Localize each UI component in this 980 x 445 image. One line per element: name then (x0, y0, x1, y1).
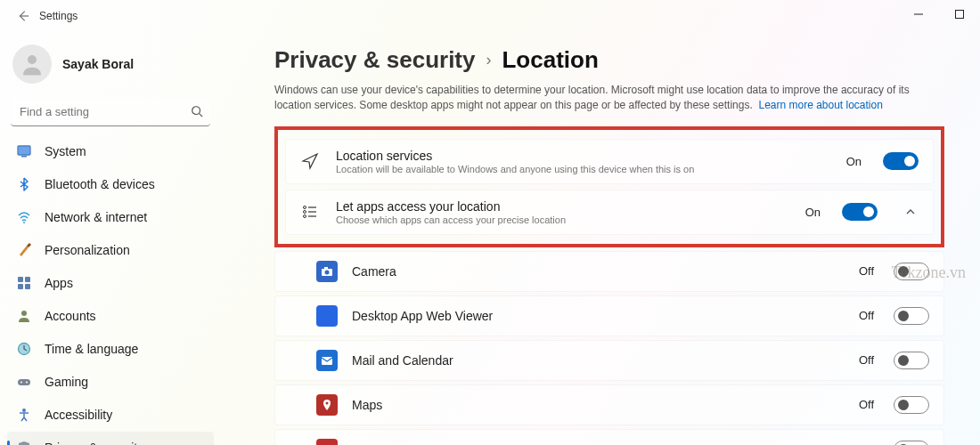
system-icon (16, 143, 32, 159)
search-icon (191, 105, 203, 117)
sidebar-item-accessibility[interactable]: Accessibility (7, 399, 214, 431)
chevron-right-icon: › (486, 51, 491, 69)
accessibility-icon (16, 407, 32, 423)
svg-rect-3 (18, 146, 30, 155)
sidebar-item-bluetooth[interactable]: Bluetooth & devices (7, 168, 214, 200)
wifi-icon (16, 209, 32, 225)
app-name: Desktop App Web Viewer (352, 309, 845, 323)
sidebar-item-label: Accounts (45, 309, 96, 323)
breadcrumb-parent[interactable]: Privacy & security (274, 46, 475, 74)
svg-point-15 (22, 409, 26, 412)
location-arrow-icon (300, 151, 320, 171)
svg-rect-0 (956, 11, 964, 19)
app-access-card[interactable]: Let apps access your location Choose whi… (285, 190, 934, 235)
sidebar-item-privacy[interactable]: Privacy & security (7, 432, 214, 445)
sidebar-item-network[interactable]: Network & internet (7, 201, 214, 233)
location-services-card[interactable]: Location services Location will be avail… (285, 139, 934, 184)
sidebar-item-label: Apps (45, 276, 73, 290)
app-toggle[interactable] (894, 263, 929, 280)
highlighted-region: Location services Location will be avail… (274, 126, 944, 247)
page-description: Windows can use your device's capabiliti… (274, 83, 944, 114)
toggle-state: Off (859, 398, 874, 411)
location-services-toggle[interactable] (883, 152, 919, 170)
search-input[interactable] (11, 98, 210, 126)
svg-rect-21 (324, 267, 328, 269)
svg-point-13 (20, 382, 22, 384)
svg-point-5 (23, 222, 25, 223)
svg-point-17 (304, 211, 306, 214)
app-toggle[interactable] (894, 396, 929, 414)
toggle-state: Off (859, 264, 874, 278)
sidebar-item-label: Network & internet (45, 210, 147, 224)
minimize-button[interactable] (898, 0, 939, 28)
apps-icon (16, 275, 32, 291)
sidebar-item-label: Personalization (45, 243, 130, 257)
app-row: CameraOff (274, 251, 944, 292)
toggle-state: On (846, 155, 862, 168)
svg-rect-4 (21, 156, 27, 158)
sidebar-item-apps[interactable]: Apps (7, 267, 214, 299)
card-subtitle: Choose which apps can access your precis… (336, 214, 789, 225)
app-row: Mail and CalendarOff (274, 340, 944, 381)
app-icon (316, 261, 338, 282)
svg-point-1 (28, 55, 37, 64)
app-icon (316, 394, 338, 416)
app-row: NewsOff (274, 429, 944, 445)
app-toggle[interactable] (894, 352, 929, 369)
app-name: Maps (352, 398, 845, 412)
svg-point-23 (326, 401, 329, 404)
svg-rect-9 (25, 284, 30, 289)
card-title: Let apps access your location (336, 199, 789, 214)
sidebar-item-label: Accessibility (45, 408, 112, 422)
svg-point-18 (304, 215, 306, 218)
sidebar-item-personalization[interactable]: Personalization (7, 234, 214, 266)
sidebar-item-system[interactable]: System (7, 135, 214, 167)
sidebar-item-gaming[interactable]: Gaming (7, 366, 214, 398)
svg-point-14 (26, 382, 28, 384)
sidebar-item-label: Bluetooth & devices (45, 177, 155, 191)
app-row: MapsOff (274, 384, 944, 425)
svg-point-2 (192, 107, 200, 115)
sidebar-item-label: Privacy & security (45, 441, 143, 445)
card-subtitle: Location will be available to Windows an… (336, 164, 830, 174)
app-toggle[interactable] (894, 441, 929, 445)
sidebar-item-accounts[interactable]: Accounts (7, 300, 214, 332)
user-account[interactable]: Sayak Boral (7, 39, 214, 94)
back-button[interactable] (7, 0, 39, 32)
list-icon (300, 202, 320, 222)
card-title: Location services (336, 149, 830, 163)
app-access-toggle[interactable] (842, 203, 878, 221)
sidebar-item-label: Gaming (45, 375, 88, 389)
clock-icon (16, 341, 32, 357)
chevron-up-icon[interactable] (902, 206, 919, 217)
svg-rect-7 (25, 277, 30, 282)
app-name: Camera (352, 264, 845, 279)
app-icon (316, 439, 338, 445)
learn-more-link[interactable]: Learn more about location (758, 99, 882, 111)
page-title: Location (502, 46, 598, 74)
shield-icon (16, 440, 32, 445)
avatar (12, 44, 52, 84)
brush-icon (16, 242, 32, 258)
app-toggle[interactable] (894, 307, 929, 325)
toggle-state: Off (859, 309, 874, 322)
app-icon (316, 305, 338, 327)
gamepad-icon (16, 374, 32, 390)
svg-point-20 (325, 270, 330, 274)
svg-point-16 (304, 206, 306, 209)
toggle-state: On (805, 206, 821, 219)
svg-rect-12 (18, 379, 30, 385)
window-title: Settings (39, 10, 78, 22)
maximize-button[interactable] (939, 0, 980, 28)
app-name: Mail and Calendar (352, 353, 845, 368)
app-icon (316, 350, 338, 371)
user-name: Sayak Boral (62, 57, 134, 71)
sidebar-item-label: Time & language (45, 342, 138, 356)
person-icon (16, 308, 32, 324)
app-row: Desktop App Web ViewerOff (274, 295, 944, 336)
sidebar-item-time[interactable]: Time & language (7, 333, 214, 365)
svg-rect-6 (18, 277, 23, 282)
sidebar-item-label: System (45, 144, 86, 158)
toggle-state: Off (859, 353, 874, 367)
svg-rect-8 (18, 284, 23, 289)
